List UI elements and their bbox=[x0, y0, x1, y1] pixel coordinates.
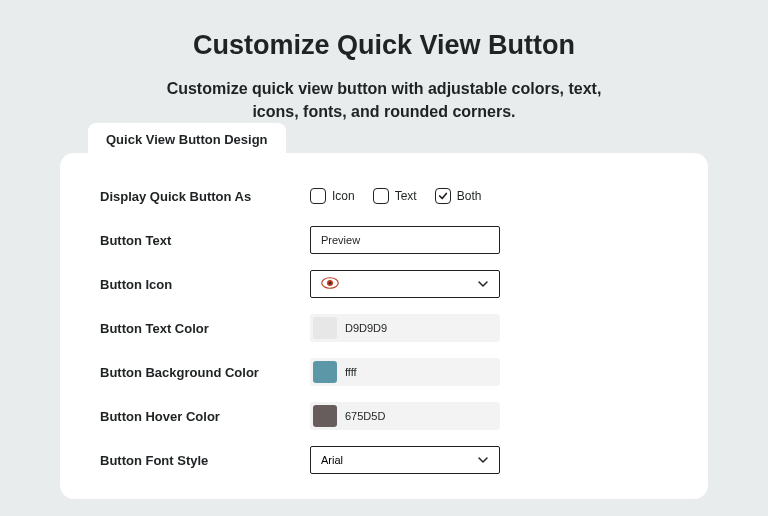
chevron-down-icon bbox=[477, 278, 489, 290]
checkbox-icon-label: Icon bbox=[332, 189, 355, 203]
text-color-value: D9D9D9 bbox=[345, 322, 387, 334]
checkbox-both[interactable]: Both bbox=[435, 188, 482, 204]
bg-color-input[interactable]: ffff bbox=[310, 358, 500, 386]
settings-panel: Display Quick Button As Icon bbox=[60, 153, 708, 499]
button-icon-label: Button Icon bbox=[100, 277, 310, 292]
text-color-input[interactable]: D9D9D9 bbox=[310, 314, 500, 342]
font-style-value: Arial bbox=[321, 454, 343, 466]
bg-color-value: ffff bbox=[345, 366, 357, 378]
bg-color-label: Button Background Color bbox=[100, 365, 310, 380]
text-color-label: Button Text Color bbox=[100, 321, 310, 336]
hover-color-value: 675D5D bbox=[345, 410, 385, 422]
hover-color-swatch bbox=[313, 405, 337, 427]
checkbox-text-label: Text bbox=[395, 189, 417, 203]
svg-point-2 bbox=[329, 282, 331, 284]
font-style-select[interactable]: Arial bbox=[310, 446, 500, 474]
font-style-label: Button Font Style bbox=[100, 453, 310, 468]
chevron-down-icon bbox=[477, 454, 489, 466]
display-as-label: Display Quick Button As bbox=[100, 189, 310, 204]
checkbox-text[interactable]: Text bbox=[373, 188, 417, 204]
page-title: Customize Quick View Button bbox=[60, 30, 708, 61]
button-text-input[interactable] bbox=[310, 226, 500, 254]
page-subtitle: Customize quick view button with adjusta… bbox=[164, 77, 604, 123]
button-text-label: Button Text bbox=[100, 233, 310, 248]
bg-color-swatch bbox=[313, 361, 337, 383]
checkbox-icon[interactable]: Icon bbox=[310, 188, 355, 204]
button-icon-select[interactable] bbox=[310, 270, 500, 298]
checkbox-both-label: Both bbox=[457, 189, 482, 203]
check-icon bbox=[438, 191, 448, 201]
tab-quick-view-design[interactable]: Quick View Button Design bbox=[88, 123, 286, 156]
text-color-swatch bbox=[313, 317, 337, 339]
eye-icon bbox=[321, 277, 339, 291]
hover-color-input[interactable]: 675D5D bbox=[310, 402, 500, 430]
hover-color-label: Button Hover Color bbox=[100, 409, 310, 424]
